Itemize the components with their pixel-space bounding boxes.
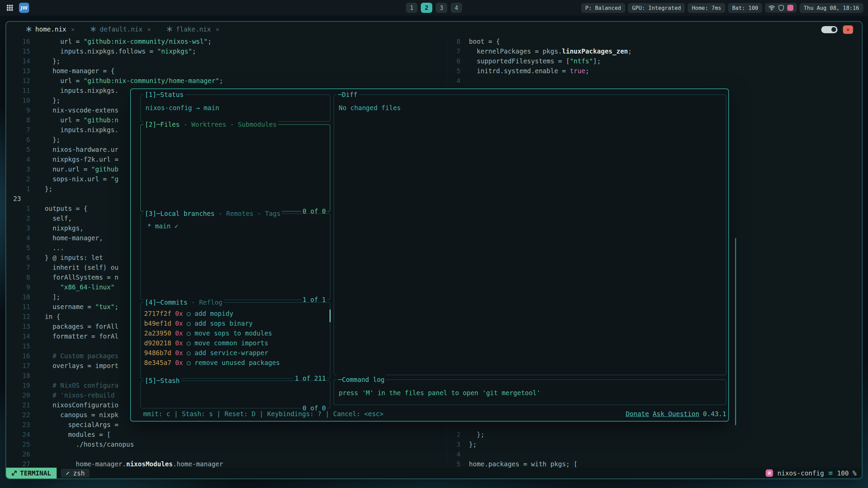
commits-panel[interactable]: [4]─Commits - Reflog 2717f2f 0x ○ add mo… xyxy=(140,302,330,379)
window-toggle[interactable] xyxy=(821,26,837,33)
commit-node-icon: ○ xyxy=(187,320,191,327)
files-panel[interactable]: [2]─Files - Worktrees - Submodules 0 of … xyxy=(140,124,330,211)
tab-label: flake.nix xyxy=(176,25,211,33)
line-number: 23 xyxy=(6,194,30,204)
workspace-button-3[interactable]: 3 xyxy=(436,3,447,13)
status-module: Bat: 100 xyxy=(728,3,762,13)
status-module: P: Balanced xyxy=(581,3,625,13)
commit-row[interactable]: 9486b7d 0x ○ add service-wrapper xyxy=(144,348,327,358)
wifi-icon xyxy=(768,5,775,11)
code-line: 13 home-manager = { xyxy=(6,66,446,76)
layout-icon: ≡ xyxy=(828,469,833,477)
terminal-mode-badge: TERMINAL xyxy=(6,468,57,479)
terminal-mode-icon xyxy=(12,470,17,476)
line-number: 13 xyxy=(6,66,30,76)
line-number: 22 xyxy=(6,410,30,420)
line-number: 14 xyxy=(6,331,30,341)
window-controls: × xyxy=(821,25,853,34)
editor-tab-flake.nix[interactable]: flake.nix× xyxy=(166,25,219,33)
line-number: 17 xyxy=(6,361,30,371)
keybindings-hint: mmit: c | Stash: s | Reset: D | Keybindi… xyxy=(143,409,383,419)
workspaces: 1234 xyxy=(406,3,462,13)
line-number: 24 xyxy=(6,430,30,440)
line-number: 13 xyxy=(6,322,30,331)
line-number: 5 xyxy=(447,66,460,76)
command-log-content: press 'M' in the files panel to open 'gi… xyxy=(334,380,726,398)
commits-scrollbar[interactable] xyxy=(330,309,331,322)
command-log-panel[interactable]: ─Command log press 'M' in the files pane… xyxy=(334,380,726,405)
commit-node-icon: ○ xyxy=(187,339,191,347)
tab-close-icon[interactable]: × xyxy=(147,26,151,33)
line-number: 4 xyxy=(6,233,30,243)
commit-node-icon: ○ xyxy=(187,329,191,337)
nix-snowflake-icon xyxy=(26,26,32,32)
code-line: 4 xyxy=(447,76,862,86)
window-close-button[interactable]: × xyxy=(843,25,853,34)
line-number: 5 xyxy=(447,459,460,468)
line-number: 9 xyxy=(6,105,30,115)
line-number: 8 xyxy=(6,115,30,125)
status-module: GPU: Integrated xyxy=(628,3,685,13)
line-number: 26 xyxy=(6,449,30,459)
editor-tab-default.nix[interactable]: default.nix× xyxy=(90,25,151,33)
line-number: 10 xyxy=(6,96,30,105)
logo-badge: JW xyxy=(19,3,29,13)
status-module: Home: 7ms xyxy=(688,3,725,13)
command-log-title: ─Command log xyxy=(337,375,386,385)
status-panel[interactable]: [1]─Status nixos-config → main xyxy=(140,95,330,122)
line-number: 12 xyxy=(6,76,30,86)
tab-close-icon[interactable]: × xyxy=(216,26,219,33)
line-number: 14 xyxy=(6,56,30,66)
code-line: 27 home-manager.nixosModules.home-manage… xyxy=(6,459,446,468)
line-number: 6 xyxy=(6,135,30,145)
line-number: 7 xyxy=(6,263,30,272)
commit-node-icon: ○ xyxy=(187,310,191,317)
right-pane-top-code: 8boot = {7 kernelPackages = pkgs.linuxPa… xyxy=(447,37,862,86)
line-number: 7 xyxy=(6,125,30,135)
line-number: 3 xyxy=(447,440,460,449)
commit-row[interactable]: b49ef1d 0x ○ add sops binary xyxy=(144,319,327,328)
code-line: 3}; xyxy=(447,440,862,449)
zsh-tab[interactable]: zsh xyxy=(61,469,90,477)
code-line: 26 xyxy=(6,449,446,459)
line-number: 16 xyxy=(6,37,30,46)
commit-row[interactable]: 2a23950 0x ○ move sops to modules xyxy=(144,328,327,338)
diff-panel[interactable]: ─Diff No changed files xyxy=(334,95,726,375)
statusbar-right: nixos-config ≡ 100 % xyxy=(766,469,862,477)
donate-link[interactable]: Donate xyxy=(626,409,649,419)
diff-panel-title: ─Diff xyxy=(337,90,359,100)
line-number: 10 xyxy=(6,292,30,302)
code-line: 24 modules = [ xyxy=(6,430,446,440)
editor-tab-home.nix[interactable]: home.nix× xyxy=(26,25,75,33)
stash-panel[interactable]: [5]─Stash 0 of 0 xyxy=(140,381,330,408)
branch-row[interactable]: * main ✓ xyxy=(143,221,327,231)
window-statusbar: TERMINAL zsh nixos-config ≡ 100 % xyxy=(6,468,862,479)
workspace-button-1[interactable]: 1 xyxy=(406,3,417,13)
workspace-button-2[interactable]: 2 xyxy=(421,3,432,13)
tab-label: home.nix xyxy=(35,25,66,33)
nix-snowflake-icon xyxy=(90,26,96,32)
code-line: 14 }; xyxy=(6,56,446,66)
commit-row[interactable]: 8e345a7 0x ○ remove unused packages xyxy=(144,358,327,368)
line-number: 4 xyxy=(6,155,30,164)
pane-scrollbar[interactable] xyxy=(735,238,736,425)
right-pane-bottom-code: 2 };3};45home.packages = with pkgs; [ xyxy=(447,430,862,468)
ask-question-link[interactable]: Ask Question xyxy=(653,409,699,419)
workspace-button-4[interactable]: 4 xyxy=(451,3,462,13)
editor-tabbar: home.nix×default.nix×flake.nix× xyxy=(6,22,862,37)
commit-row[interactable]: d920218 0x ○ move common imports xyxy=(144,338,327,348)
commits-list: 2717f2f 0x ○ add mopidyb49ef1d 0x ○ add … xyxy=(141,303,330,368)
version-label: 0.43.1 xyxy=(703,409,726,419)
clock: Thu Aug 08, 18:16 xyxy=(800,3,863,13)
line-number: 19 xyxy=(6,381,30,390)
branches-panel[interactable]: [3]─Local branches - Remotes - Tags * ma… xyxy=(140,214,330,300)
tab-close-icon[interactable]: × xyxy=(71,26,75,33)
commit-row[interactable]: 2717f2f 0x ○ add mopidy xyxy=(144,309,327,319)
app-launcher-icon[interactable] xyxy=(5,3,15,13)
line-number: 9 xyxy=(6,282,30,292)
code-line: 25 ./hosts/canopus xyxy=(6,440,446,449)
line-number: 15 xyxy=(6,341,30,351)
line-number: 1 xyxy=(6,204,30,214)
line-number: 6 xyxy=(447,56,460,66)
topbar-left: JW xyxy=(5,3,29,13)
